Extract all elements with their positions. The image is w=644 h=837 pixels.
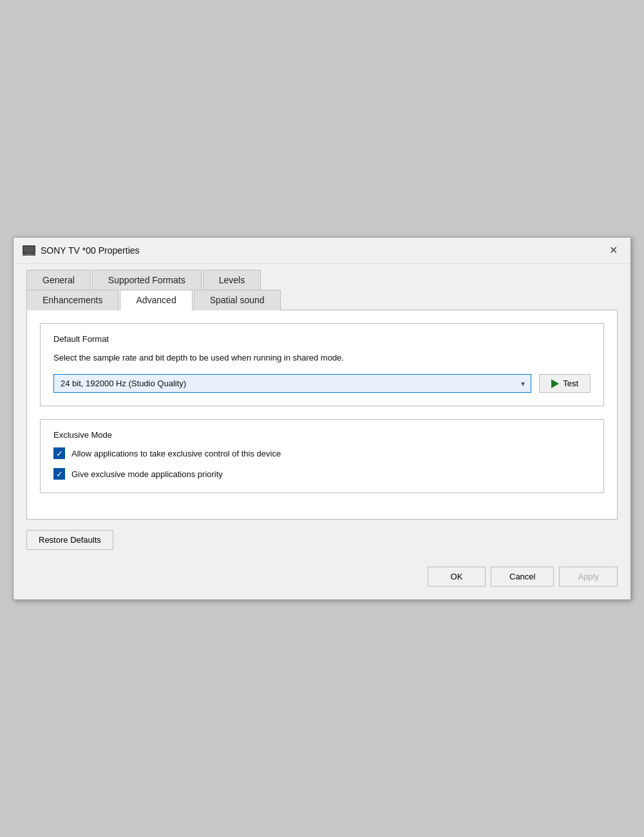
- tabs-row-1: General Supported Formats Levels: [26, 269, 618, 289]
- monitor-icon: [23, 245, 35, 256]
- tabs-container: General Supported Formats Levels Enhance…: [14, 264, 630, 310]
- format-row: 24 bit, 192000 Hz (Studio Quality) 24 bi…: [53, 374, 591, 393]
- test-button[interactable]: Test: [539, 374, 591, 393]
- apply-button[interactable]: Apply: [559, 567, 618, 587]
- exclusive-priority-label: Give exclusive mode applications priorit…: [71, 469, 223, 479]
- exclusive-priority-row: ✓ Give exclusive mode applications prior…: [53, 468, 591, 480]
- format-select[interactable]: 24 bit, 192000 Hz (Studio Quality) 24 bi…: [53, 374, 531, 393]
- format-select-wrapper: 24 bit, 192000 Hz (Studio Quality) 24 bi…: [53, 374, 531, 393]
- window-title: SONY TV *00 Properties: [41, 245, 600, 256]
- exclusive-mode-label: Exclusive Mode: [53, 430, 591, 440]
- dialog-buttons: OK Cancel Apply: [26, 560, 618, 587]
- exclusive-control-label: Allow applications to take exclusive con…: [71, 449, 281, 458]
- tabs-row-2: Enhancements Advanced Spatial sound: [26, 289, 618, 310]
- default-format-section: Default Format Select the sample rate an…: [40, 323, 604, 407]
- restore-defaults-button[interactable]: Restore Defaults: [26, 530, 113, 550]
- tab-advanced[interactable]: Advanced: [120, 290, 192, 310]
- bottom-area: Restore Defaults OK Cancel Apply: [14, 520, 630, 599]
- title-bar: SONY TV *00 Properties ✕: [14, 238, 630, 264]
- tab-spatial-sound[interactable]: Spatial sound: [194, 290, 281, 310]
- exclusive-mode-section: Exclusive Mode ✓ Allow applications to t…: [40, 419, 604, 493]
- tab-general[interactable]: General: [26, 270, 91, 290]
- tab-enhancements[interactable]: Enhancements: [26, 290, 118, 310]
- exclusive-priority-checkbox[interactable]: ✓: [53, 468, 65, 480]
- tab-levels[interactable]: Levels: [203, 270, 261, 290]
- main-content: Default Format Select the sample rate an…: [26, 310, 618, 520]
- cancel-button[interactable]: Cancel: [491, 567, 554, 587]
- exclusive-control-row: ✓ Allow applications to take exclusive c…: [53, 447, 591, 459]
- svg-rect-2: [26, 254, 32, 255]
- default-format-label: Default Format: [53, 334, 591, 344]
- checkmark-icon-2: ✓: [56, 470, 63, 478]
- exclusive-control-checkbox[interactable]: ✓: [53, 447, 65, 459]
- ok-button[interactable]: OK: [428, 567, 486, 587]
- default-format-description: Select the sample rate and bit depth to …: [53, 352, 591, 364]
- svg-rect-0: [23, 246, 35, 253]
- close-button[interactable]: ✕: [605, 244, 621, 257]
- tab-supported-formats[interactable]: Supported Formats: [92, 270, 202, 290]
- properties-dialog: SONY TV *00 Properties ✕ General Support…: [13, 237, 631, 601]
- play-icon: [551, 379, 559, 388]
- checkmark-icon: ✓: [56, 449, 63, 458]
